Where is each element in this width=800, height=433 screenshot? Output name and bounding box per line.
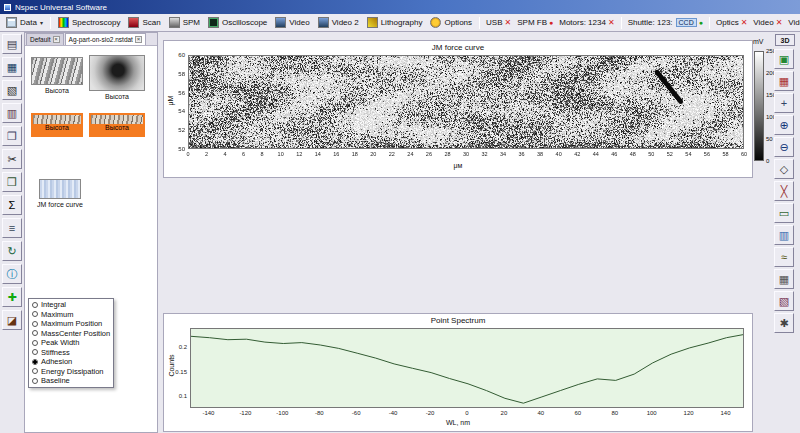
lithography-icon — [367, 17, 378, 28]
spm-fb-status[interactable]: SPM FB● — [517, 18, 553, 27]
scan-button[interactable]: Scan — [124, 15, 164, 31]
spm-button[interactable]: SPM — [165, 15, 204, 31]
open-file-button[interactable]: ▤ — [2, 34, 22, 54]
menu-item-maximum-position[interactable]: Maximum Position — [29, 319, 113, 329]
tab-close-icon[interactable]: × — [53, 36, 60, 43]
y-tick-label: 0.15 — [166, 369, 187, 375]
export-button[interactable]: ▧ — [2, 80, 22, 100]
video-2-status[interactable]: Video 2✕ — [788, 18, 800, 27]
left-icon-toolbar: ▤▦▧▥❐✂❒Σ≡↻ⓘ✚◪ — [0, 32, 24, 433]
x-tick-label: -20 — [422, 410, 438, 416]
tab-close-icon[interactable]: × — [135, 36, 142, 43]
radio-icon — [32, 330, 38, 336]
settings-button[interactable]: ✱ — [774, 313, 794, 333]
usb-status[interactable]: USB✕ — [486, 18, 511, 27]
info-button[interactable]: ⓘ — [2, 264, 22, 284]
refresh-button[interactable]: ↻ — [2, 241, 22, 261]
pan-button[interactable]: ◇ — [774, 159, 794, 179]
ruler-button[interactable]: ▭ — [774, 203, 794, 223]
menu-item-maximum[interactable]: Maximum — [29, 310, 113, 320]
video-button[interactable]: Video — [271, 15, 313, 31]
paste-button[interactable]: ❒ — [2, 172, 22, 192]
shuttle-123-status[interactable]: Shuttle: 123:CCD● — [628, 18, 703, 27]
tab-ag-part-on-sio2-nstdat[interactable]: Ag-part-on-sio2.nstdat× — [65, 33, 146, 45]
x-tick-label: 8 — [254, 151, 270, 157]
cross-section-button[interactable]: ╳ — [774, 181, 794, 201]
thumbnail-image[interactable] — [39, 179, 81, 199]
print-button[interactable]: ▥ — [2, 103, 22, 123]
settings-icon: ✱ — [779, 318, 788, 329]
scan-icon — [128, 17, 139, 28]
heatmap-plot-area[interactable] — [188, 55, 744, 149]
menu-item-baseline[interactable]: Baseline — [29, 376, 113, 386]
thumbnail-image[interactable] — [89, 55, 145, 91]
video-status[interactable]: Video✕ — [753, 18, 782, 27]
point-spectrum-chart: Point Spectrum WL, nm Counts 0.20.150.1-… — [163, 313, 753, 432]
thumbnail-selected[interactable]: Высота — [31, 113, 83, 137]
optics-status[interactable]: Optics✕ — [716, 18, 747, 27]
axes-icon: + — [781, 98, 787, 109]
spectroscopy-button[interactable]: Spectroscopy — [54, 15, 124, 31]
force-curve-chart: JM force curve μм μM 6058565452500246810… — [163, 40, 753, 178]
layers-button[interactable]: ≡ — [2, 218, 22, 238]
data-button[interactable]: Data▾ — [2, 15, 47, 31]
menu-item-stiffness[interactable]: Stiffness — [29, 348, 113, 358]
thumbnail-image[interactable] — [31, 57, 83, 85]
toolbar-menus: Data▾SpectroscopyScanSPMOscilloscopeVide… — [2, 14, 483, 31]
zoom-out-button[interactable]: ⊖ — [774, 137, 794, 157]
help-icon: ✚ — [7, 292, 16, 303]
x-tick-label: 54 — [680, 151, 696, 157]
view-3d-button[interactable]: 3D — [775, 34, 795, 46]
zoom-in-button[interactable]: ⊕ — [774, 115, 794, 135]
oscilloscope-icon — [208, 17, 219, 28]
motors-1234-status[interactable]: Motors: 1234✕ — [559, 18, 614, 27]
x-tick-label: 30 — [458, 151, 474, 157]
menu-item-masscenter-position[interactable]: MassCenter Position — [29, 329, 113, 339]
menu-item-label: Stiffness — [41, 348, 70, 357]
status-label: Video — [753, 18, 773, 27]
radio-icon — [32, 302, 38, 308]
axes-button[interactable]: + — [774, 93, 794, 113]
save-button[interactable]: ▦ — [2, 57, 22, 77]
x-tick-label: 20 — [365, 151, 381, 157]
oscilloscope-button[interactable]: Oscilloscope — [204, 15, 271, 31]
radio-icon — [32, 321, 38, 327]
options-button[interactable]: Options — [426, 15, 476, 31]
menu-item-label: Peak Width — [41, 338, 79, 347]
thumbnail-label: Высота — [33, 124, 81, 135]
palette-button[interactable]: ▦ — [774, 71, 794, 91]
x-tick-label: 32 — [477, 151, 493, 157]
toolbar-separator — [621, 17, 622, 29]
radio-icon — [32, 340, 38, 346]
menu-item-peak-width[interactable]: Peak Width — [29, 338, 113, 348]
copy-button[interactable]: ❐ — [2, 126, 22, 146]
smooth-button[interactable]: ≈ — [774, 247, 794, 267]
thumbnail-image — [91, 115, 143, 124]
snapshot-button[interactable]: ▣ — [774, 49, 794, 69]
x-tick-label: 4 — [217, 151, 233, 157]
sigma-button[interactable]: Σ — [2, 195, 22, 215]
ccd-badge[interactable]: CCD — [676, 18, 697, 27]
grid-button[interactable]: ▦ — [774, 269, 794, 289]
lithography-button[interactable]: Lithography — [363, 15, 427, 31]
status-label: SPM FB — [517, 18, 547, 27]
help-button[interactable]: ✚ — [2, 287, 22, 307]
chart-icon: ◪ — [7, 315, 17, 326]
menu-item-adhesion[interactable]: Adhesion — [29, 357, 113, 367]
export-image-button[interactable]: ▧ — [774, 291, 794, 311]
video-2-button[interactable]: Video 2 — [314, 15, 363, 31]
x-tick-label: 6 — [236, 151, 252, 157]
tab-default[interactable]: Default× — [26, 33, 64, 45]
spectrum-plot-area[interactable] — [190, 328, 744, 408]
x-tick-label: 140 — [718, 410, 734, 416]
histogram-button[interactable]: ▥ — [774, 225, 794, 245]
y-axis-label: Counts — [168, 346, 175, 386]
analysis-context-menu: IntegralMaximumMaximum PositionMassCente… — [28, 298, 114, 388]
cut-button[interactable]: ✂ — [2, 149, 22, 169]
chart-button[interactable]: ◪ — [2, 310, 22, 330]
force-curve-heatmap[interactable] — [189, 56, 743, 148]
tab-label: Default — [30, 36, 51, 43]
menu-item-integral[interactable]: Integral — [29, 300, 113, 310]
menu-item-energy-dissipation[interactable]: Energy Dissipation — [29, 367, 113, 377]
thumbnail-selected[interactable]: Высота — [89, 113, 145, 137]
